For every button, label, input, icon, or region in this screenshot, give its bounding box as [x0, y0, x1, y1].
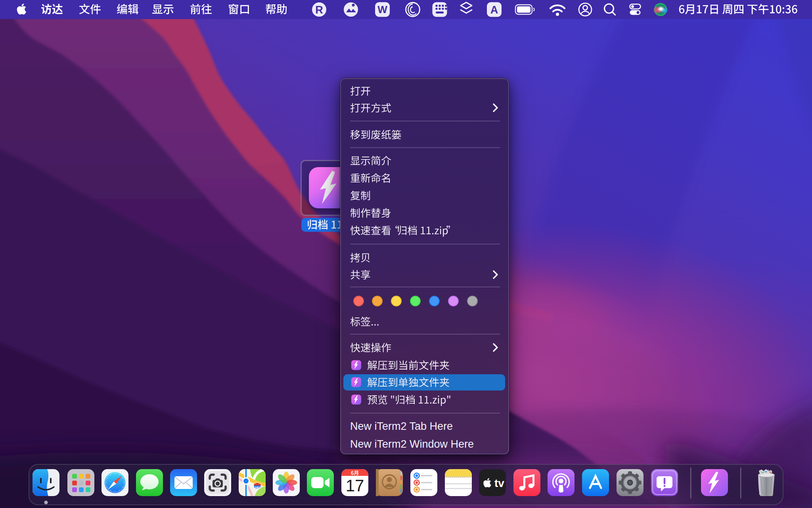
svg-text:tv: tv: [494, 477, 504, 489]
svg-text:17: 17: [346, 476, 364, 495]
svg-text:280: 280: [254, 486, 260, 490]
svg-text:R: R: [315, 4, 323, 16]
svg-text:A: A: [490, 4, 498, 16]
svg-text:W: W: [377, 4, 387, 15]
